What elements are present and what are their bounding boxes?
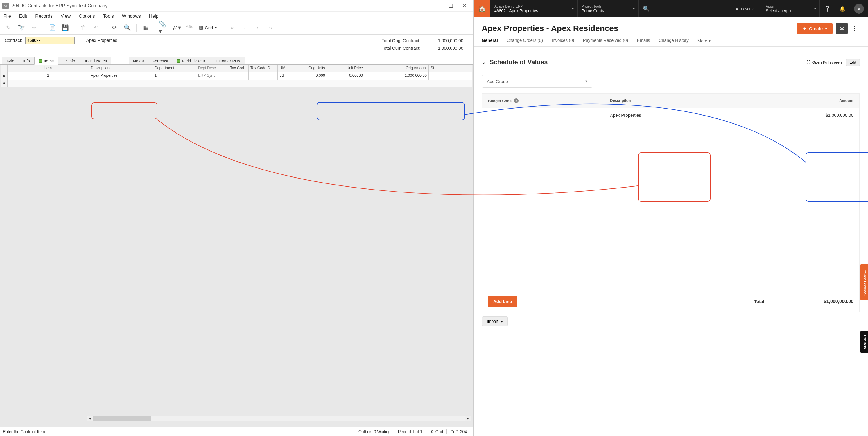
tab-emails[interactable]: Emails (637, 38, 650, 46)
tab-more[interactable]: More▾ (698, 38, 711, 46)
print-icon[interactable]: 🖨▾ (172, 23, 182, 33)
last-record-icon[interactable]: » (266, 23, 275, 33)
cell-item[interactable]: 1 (7, 72, 89, 79)
import-button[interactable]: Import▾ (482, 316, 508, 326)
tab-jbbillnotes[interactable]: JB Bill Notes (80, 57, 111, 64)
col-unitprice[interactable]: Unit Price (327, 65, 365, 72)
tab-invoices[interactable]: Invoices (0) (552, 38, 574, 46)
tab-items[interactable]: Items (34, 57, 58, 65)
add-line-button[interactable]: Add Line (488, 296, 517, 307)
attachment-icon[interactable]: 📎▾ (159, 23, 169, 33)
first-record-icon[interactable]: « (227, 23, 237, 33)
gear-icon[interactable]: ⚙ (29, 23, 39, 33)
tab-notes[interactable]: Notes (129, 57, 148, 64)
search-icon[interactable]: 🔍 (122, 23, 132, 33)
tab-general[interactable]: General (482, 38, 498, 46)
save-icon[interactable]: 💾 (60, 23, 70, 33)
add-group-dropdown[interactable]: Add Group ▼ (482, 75, 592, 88)
prev-record-icon[interactable]: ‹ (240, 23, 250, 33)
tab-customerpos[interactable]: Customer POs (209, 57, 245, 64)
tiles-icon[interactable]: ▦ (141, 23, 151, 33)
scroll-right-icon[interactable]: ▶ (465, 416, 471, 421)
tab-forecast[interactable]: Forecast (148, 57, 173, 64)
menu-help[interactable]: Help (149, 14, 159, 19)
grid-row[interactable]: ▶ 1 Apex Properties 1 ERP Sync LS 0.000 … (1, 72, 472, 80)
collapse-icon[interactable]: ⌄ (482, 60, 486, 65)
menu-records[interactable]: Records (35, 14, 53, 19)
col-st[interactable]: St (429, 65, 437, 72)
close-button[interactable]: ✕ (458, 1, 471, 10)
undo-icon[interactable]: ↶ (91, 23, 101, 33)
menu-options[interactable]: Options (79, 14, 95, 19)
trash-icon[interactable]: 🗑 (79, 23, 88, 33)
col-origamount[interactable]: Orig Amount (365, 65, 429, 72)
grid-new-row[interactable]: ✱ (1, 80, 472, 88)
exit-beta-tab[interactable]: Exit Beta (861, 331, 868, 353)
more-actions-button[interactable]: ⋮ (849, 25, 860, 32)
feedback-tab[interactable]: Provide Feedback (861, 264, 868, 300)
cell-deptdesc[interactable]: ERP Sync (196, 72, 228, 79)
tab-fieldtickets[interactable]: Field Tickets (173, 57, 209, 64)
maximize-button[interactable]: ☐ (444, 1, 458, 10)
edit-button[interactable]: Edit (846, 59, 860, 66)
row-selector-icon[interactable]: ▶ (1, 72, 7, 79)
grid-horizontal-scrollbar[interactable]: ◀ ▶ (87, 416, 471, 421)
scroll-thumb[interactable] (93, 416, 151, 421)
user-avatar[interactable]: DE (854, 4, 864, 14)
apps-selector[interactable]: Apps Select an App ▼ (762, 0, 820, 18)
col-taxcode[interactable]: Tax Cod (228, 65, 249, 72)
refresh-icon[interactable]: ⟳ (110, 23, 119, 33)
menu-tools[interactable]: Tools (103, 14, 114, 19)
menu-edit[interactable]: Edit (19, 14, 27, 19)
menu-view[interactable]: View (61, 14, 70, 19)
col-origunits[interactable]: Orig Units (292, 65, 327, 72)
edit-icon[interactable]: ✎ (3, 23, 13, 33)
fullscreen-button[interactable]: ⛶Open Fullscreen (807, 60, 842, 64)
cell-origamount[interactable]: 1,000,000.00 (365, 72, 429, 79)
home-button[interactable]: 🏠 (473, 0, 490, 18)
cell-st[interactable] (429, 72, 437, 79)
cell-origunits[interactable]: 0.000 (292, 72, 327, 79)
menu-file[interactable]: File (3, 14, 11, 19)
company-selector[interactable]: Agave Demo ERP 46802 - Apex Properties ▼ (490, 0, 578, 18)
col-item[interactable]: Item (7, 65, 89, 72)
help-icon[interactable]: ? (514, 98, 519, 103)
favorites-button[interactable]: ★Favorites (730, 0, 762, 18)
spellcheck-icon[interactable]: ᴬᴮᶜ (184, 23, 194, 33)
cell-unitprice[interactable]: 0.00000 (327, 72, 365, 79)
tab-change-orders[interactable]: Change Orders (0) (507, 38, 543, 46)
search-button[interactable]: 🔍 (639, 0, 654, 18)
grid-view-dropdown[interactable]: ▦ Grid ▾ (197, 25, 219, 30)
cell-taxcode[interactable] (228, 72, 249, 79)
tab-jbinfo[interactable]: JB Info (58, 57, 80, 64)
new-row-icon[interactable]: ✱ (1, 80, 7, 87)
sov-row[interactable]: Apex Properties $1,000,000.00 (482, 108, 859, 122)
scroll-left-icon[interactable]: ◀ (87, 416, 93, 421)
binoculars-icon[interactable]: 🔭 (16, 23, 26, 33)
cell-um[interactable]: LS (278, 72, 292, 79)
contract-input[interactable] (25, 37, 75, 44)
new-file-icon[interactable]: 📄 (48, 23, 57, 33)
col-description[interactable]: Description (89, 65, 153, 72)
tab-info[interactable]: Info (19, 57, 34, 64)
tab-payments[interactable]: Payments Received (0) (583, 38, 628, 46)
tab-change-history[interactable]: Change History (658, 38, 688, 46)
cell-description[interactable]: Apex Properties (89, 72, 153, 79)
col-taxcodedesc[interactable]: Tax Code D (249, 65, 278, 72)
menu-windows[interactable]: Windows (122, 14, 141, 19)
status-outbox: Outbox: 0 Waiting (355, 429, 394, 434)
sov-cell-description: Apex Properties (610, 113, 732, 118)
tools-selector[interactable]: Project Tools Prime Contra... ▼ (578, 0, 639, 18)
email-button[interactable]: ✉ (836, 23, 848, 34)
tab-grid[interactable]: Grid (2, 57, 19, 64)
minimize-button[interactable]: — (431, 1, 444, 10)
cell-taxcodedesc[interactable] (249, 72, 278, 79)
col-um[interactable]: UM (278, 65, 292, 72)
cell-department[interactable]: 1 (153, 72, 196, 79)
col-deptdesc[interactable]: Dept Desc (196, 65, 228, 72)
create-button[interactable]: ＋Create▾ (797, 23, 833, 34)
notifications-button[interactable]: 🔔 (835, 0, 850, 18)
help-button[interactable]: ❔ (820, 0, 835, 18)
next-record-icon[interactable]: › (253, 23, 262, 33)
col-department[interactable]: Department (153, 65, 196, 72)
